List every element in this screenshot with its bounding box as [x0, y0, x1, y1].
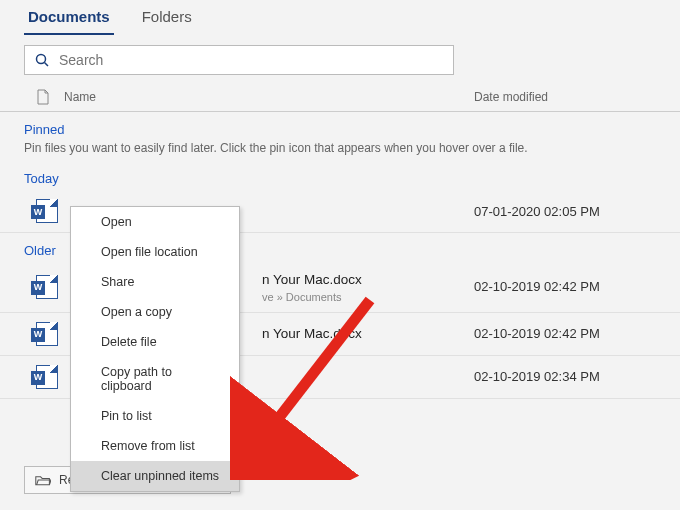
file-date: 02-10-2019 02:34 PM: [466, 369, 656, 384]
word-file-icon: W: [36, 275, 58, 299]
menu-open-a-copy[interactable]: Open a copy: [71, 297, 239, 327]
menu-open-file-location[interactable]: Open file location: [71, 237, 239, 267]
file-date: 07-01-2020 02:05 PM: [466, 204, 656, 219]
file-name: n Your Mac.docx: [262, 271, 466, 289]
folder-open-icon: [35, 474, 51, 486]
search-input[interactable]: [59, 52, 445, 68]
file-subpath: ve » Documents: [262, 291, 466, 303]
file-date: 02-10-2019 02:42 PM: [466, 326, 656, 341]
file-tabs: Documents Folders: [0, 0, 680, 35]
search-row: [0, 35, 680, 79]
pinned-hint: Pin files you want to easily find later.…: [0, 141, 680, 161]
menu-remove-from-list[interactable]: Remove from list: [71, 431, 239, 461]
section-today-title: Today: [0, 161, 680, 190]
file-type-icon-header: [36, 89, 64, 105]
tab-documents[interactable]: Documents: [24, 2, 114, 35]
search-icon: [33, 51, 51, 69]
word-file-icon: W: [36, 322, 58, 346]
search-box[interactable]: [24, 45, 454, 75]
tab-folders[interactable]: Folders: [138, 2, 196, 35]
column-date[interactable]: Date modified: [466, 90, 656, 104]
svg-point-0: [37, 55, 46, 64]
file-name: n Your Mac.docx: [262, 325, 466, 343]
menu-copy-path[interactable]: Copy path to clipboard: [71, 357, 239, 401]
svg-line-1: [45, 63, 49, 67]
word-file-icon: W: [36, 365, 58, 389]
word-file-icon: W: [36, 199, 58, 223]
column-name[interactable]: Name: [64, 90, 466, 104]
section-pinned-title: Pinned: [0, 112, 680, 141]
menu-open[interactable]: Open: [71, 207, 239, 237]
menu-delete-file[interactable]: Delete file: [71, 327, 239, 357]
file-context-menu: Open Open file location Share Open a cop…: [70, 206, 240, 492]
menu-clear-unpinned[interactable]: Clear unpinned items: [71, 461, 239, 491]
column-headers: Name Date modified: [0, 83, 680, 112]
menu-share[interactable]: Share: [71, 267, 239, 297]
file-date: 02-10-2019 02:42 PM: [466, 279, 656, 294]
menu-pin-to-list[interactable]: Pin to list: [71, 401, 239, 431]
